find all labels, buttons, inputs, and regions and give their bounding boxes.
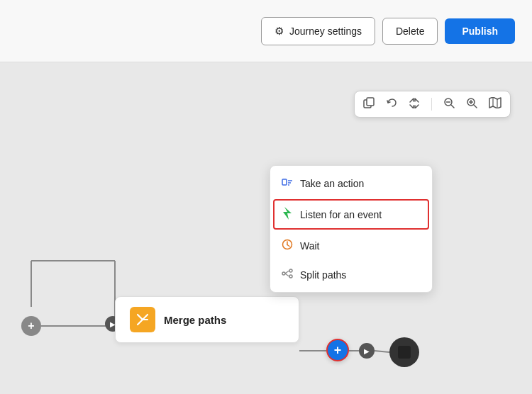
zoom-in-icon[interactable] (466, 97, 477, 111)
arrow-right-icon: ▶ (364, 347, 370, 355)
dropdown-item-take-action[interactable]: Take an action (270, 169, 432, 198)
merge-icon-box (130, 307, 155, 332)
svg-marker-32 (489, 97, 501, 108)
svg-line-15 (287, 245, 289, 247)
copy-icon[interactable] (363, 97, 375, 111)
gear-icon: ⚙ (275, 25, 284, 38)
svg-rect-8 (282, 179, 287, 185)
split-icon (282, 268, 293, 281)
toolbar: ⚙ Journey settings Delete Publish (0, 0, 532, 62)
plus-icon: + (28, 320, 34, 332)
listen-event-label: Listen for an event (300, 209, 382, 220)
svg-line-19 (285, 271, 288, 274)
wait-icon (282, 239, 293, 252)
take-action-label: Take an action (300, 178, 364, 189)
undo-icon[interactable] (386, 97, 397, 111)
right-arrow-indicator: ▶ (359, 343, 375, 359)
svg-line-22 (288, 276, 289, 276)
delete-label: Delete (396, 26, 424, 37)
left-connector-add[interactable]: + (21, 316, 41, 336)
svg-point-17 (289, 269, 292, 272)
plus-icon: + (334, 343, 342, 358)
journey-settings-button[interactable]: ⚙ Journey settings (261, 17, 375, 45)
canvas: + ▶ Merge paths + ▶ (0, 62, 532, 394)
svg-line-21 (288, 271, 289, 271)
svg-marker-12 (283, 207, 292, 220)
journey-settings-label: Journey settings (289, 26, 362, 37)
toolbar-divider (431, 98, 432, 111)
svg-line-20 (285, 274, 288, 276)
add-step-button[interactable]: + (326, 339, 349, 361)
wait-label: Wait (300, 240, 319, 252)
mini-toolbar (354, 91, 511, 118)
dropdown-item-wait[interactable]: Wait (270, 231, 432, 260)
merge-paths-label: Merge paths (164, 314, 226, 326)
svg-point-18 (289, 275, 292, 278)
action-icon (282, 176, 293, 190)
svg-point-16 (282, 272, 285, 275)
event-icon (283, 207, 293, 222)
svg-line-31 (474, 105, 477, 108)
end-node (389, 337, 419, 367)
collapse-icon[interactable] (409, 97, 420, 111)
publish-button[interactable]: Publish (445, 18, 515, 44)
svg-line-6 (375, 351, 389, 352)
map-icon[interactable] (489, 97, 501, 111)
dropdown-item-listen-event[interactable]: Listen for an event (273, 199, 429, 230)
step-type-dropdown: Take an action Listen for an event Wait (270, 165, 433, 293)
merge-icon (135, 312, 150, 327)
dropdown-item-split-paths[interactable]: Split paths (270, 260, 432, 289)
zoom-out-icon[interactable] (443, 97, 455, 111)
delete-button[interactable]: Delete (382, 18, 438, 45)
end-node-inner (398, 346, 411, 359)
publish-label: Publish (462, 26, 498, 37)
split-paths-label: Split paths (300, 269, 346, 281)
svg-line-27 (451, 105, 454, 108)
merge-paths-node[interactable]: Merge paths (115, 296, 299, 343)
svg-rect-24 (367, 98, 374, 106)
